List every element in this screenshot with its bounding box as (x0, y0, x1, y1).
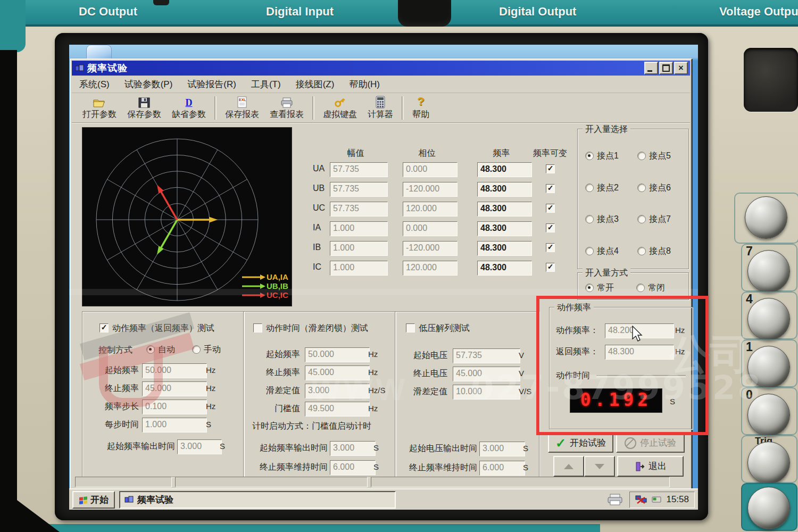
ib-amplitude-field[interactable]: 1.000 (330, 241, 388, 256)
desktop-icon[interactable] (86, 45, 112, 60)
titlebar[interactable]: 频率试验 × (72, 61, 690, 76)
uc-amplitude-field[interactable]: 57.735 (330, 202, 388, 217)
time-test-f0-unit: Hz (368, 350, 378, 359)
ub-frequency-field[interactable]: 48.300 (477, 182, 532, 197)
contact-8-radio[interactable] (637, 247, 646, 255)
contact-5-label: 接点5 (649, 151, 671, 162)
start-menu-button[interactable]: 开始 (72, 491, 115, 509)
contact-6-radio[interactable] (637, 184, 646, 192)
voltage-test-checkbox-label: 低压解列测试 (419, 323, 470, 334)
toolbar-button-4[interactable]: 查看报表 (264, 94, 309, 122)
freq-test-f3-field[interactable]: 1.000 (142, 418, 207, 433)
taskbar: 开始 频率试验 15:58 (69, 488, 698, 510)
time-test-checkbox[interactable] (253, 323, 262, 332)
voltage-test-w0-field[interactable]: 3.000 (479, 442, 525, 456)
toolbar-button-1[interactable]: 保存参数 (122, 94, 167, 122)
toolbar-button-5[interactable]: 虚拟键盘 (318, 94, 362, 122)
ib-phase-field[interactable]: -120.000 (403, 241, 458, 256)
contact-1-radio[interactable] (585, 152, 594, 160)
ub-phase-field[interactable]: -120.000 (403, 182, 458, 197)
contact-3-radio[interactable] (585, 215, 594, 223)
time-test-w1-field[interactable]: 6.000 (330, 460, 376, 475)
memory-card-icon[interactable] (651, 495, 662, 504)
printer-tray-icon[interactable] (606, 493, 624, 506)
menu-item-5[interactable]: 帮助(H) (342, 77, 387, 92)
stop-test-button[interactable]: 停止试验 (616, 433, 685, 453)
ic-phase-field[interactable]: 120.000 (403, 261, 458, 276)
knob-6[interactable] (747, 487, 790, 529)
voltage-test-w1-field[interactable]: 6.000 (479, 461, 525, 476)
ia-freq-variable-checkbox[interactable]: ✓ (546, 223, 555, 232)
ub-freq-variable-checkbox[interactable]: ✓ (546, 184, 555, 193)
network-offline-icon[interactable] (635, 495, 647, 504)
table-header: 频率可变 (527, 148, 573, 159)
clock: 15:58 (666, 494, 689, 505)
ua-freq-variable-checkbox[interactable]: ✓ (546, 164, 555, 173)
voltage-test-checkbox[interactable] (406, 323, 415, 332)
contact-3-label: 接点3 (597, 214, 619, 225)
channel-label-ub: UB (313, 184, 325, 193)
ua-phase-field[interactable]: 0.000 (403, 162, 458, 177)
cable-plug (398, 0, 451, 27)
menu-item-4[interactable]: 接线图(Z) (288, 77, 342, 92)
toolbar-button-2[interactable]: D缺省参数 (167, 94, 211, 122)
menu-item-2[interactable]: 试验报告(R) (180, 77, 244, 92)
toolbar-button-7[interactable]: ?帮助 (407, 94, 435, 122)
printer-icon (280, 96, 294, 109)
start-menu-label: 开始 (90, 494, 109, 506)
ic-frequency-field[interactable]: 48.300 (477, 261, 532, 276)
contact-2-radio[interactable] (585, 184, 594, 192)
menu-item-3[interactable]: 工具(T) (244, 77, 288, 92)
ia-frequency-field[interactable]: 48.300 (477, 221, 532, 236)
voltage-test-f0-field[interactable]: 57.735 (453, 348, 520, 363)
maximize-button[interactable] (659, 62, 673, 74)
knob-5[interactable] (747, 442, 790, 484)
contact-8-label: 接点8 (649, 246, 671, 257)
scroll-down-button[interactable] (584, 456, 615, 477)
exit-button[interactable]: 退出 (617, 456, 684, 477)
ua-amplitude-field[interactable]: 57.735 (330, 162, 388, 177)
taskbar-task-button[interactable]: 频率试验 (119, 491, 396, 509)
voltage-test-w0-label: 起始电压输出时间 (395, 443, 477, 454)
scroll-up-button[interactable] (553, 456, 584, 477)
ib-frequency-field[interactable]: 48.300 (477, 241, 532, 256)
time-test-w0-field[interactable]: 3.000 (330, 441, 376, 456)
uc-freq-variable-checkbox[interactable]: ✓ (546, 204, 555, 213)
svg-text:UA,IA: UA,IA (267, 272, 288, 281)
toolbar-button-6[interactable]: 计算器 (362, 94, 398, 122)
floppy-icon (138, 96, 151, 109)
panel-label-voltage-output: Voltage Output (719, 5, 798, 19)
menu-item-1[interactable]: 试验参数(P) (117, 77, 180, 92)
freq-test-w0-field[interactable]: 3.000 (177, 439, 222, 454)
toolbar-button-0[interactable]: 打开参数 (77, 94, 122, 122)
knob-1[interactable] (747, 250, 790, 293)
knob-0[interactable] (745, 196, 787, 239)
contact-7-radio[interactable] (637, 215, 646, 223)
contact-5-radio[interactable] (637, 152, 646, 160)
minimize-button[interactable] (644, 62, 658, 74)
time-test-f0-label: 起始频率 (251, 349, 300, 360)
ua-frequency-field[interactable]: 48.300 (477, 162, 532, 177)
uc-frequency-field[interactable]: 48.300 (477, 202, 532, 217)
start-test-button[interactable]: ✓ 开始试验 (548, 433, 613, 453)
screen: 频率试验 × 系统(S)试验参数(P)试验报告(R)工具(T)接线图(Z)帮助(… (69, 45, 698, 509)
table-header: 相位 (403, 148, 451, 159)
close-button[interactable]: × (674, 62, 688, 74)
exit-icon (634, 461, 645, 472)
contact-select-group: 开入量选择接点1接点5接点2接点6接点3接点7接点4接点8 (577, 129, 689, 269)
knob-2[interactable] (747, 298, 790, 340)
uc-phase-field[interactable]: 120.000 (403, 202, 458, 217)
ia-phase-field[interactable]: 0.000 (403, 221, 458, 236)
ia-amplitude-field[interactable]: 1.000 (330, 221, 388, 236)
time-test-checkbox-label: 动作时间（滑差闭锁）测试 (266, 323, 368, 334)
time-test-f0-field[interactable]: 50.000 (305, 347, 370, 362)
ic-freq-variable-checkbox[interactable]: ✓ (546, 263, 555, 272)
voltage-test-w1-unit: S (523, 463, 528, 472)
contact-4-radio[interactable] (585, 247, 594, 255)
taskbar-task-label: 频率试验 (137, 494, 173, 506)
menu-item-0[interactable]: 系统(S) (72, 77, 117, 92)
ub-amplitude-field[interactable]: 57.735 (330, 182, 388, 197)
ic-amplitude-field[interactable]: 1.000 (330, 261, 388, 276)
toolbar-button-3[interactable]: EXL保存报表 (220, 94, 264, 122)
ib-freq-variable-checkbox[interactable]: ✓ (546, 243, 555, 252)
